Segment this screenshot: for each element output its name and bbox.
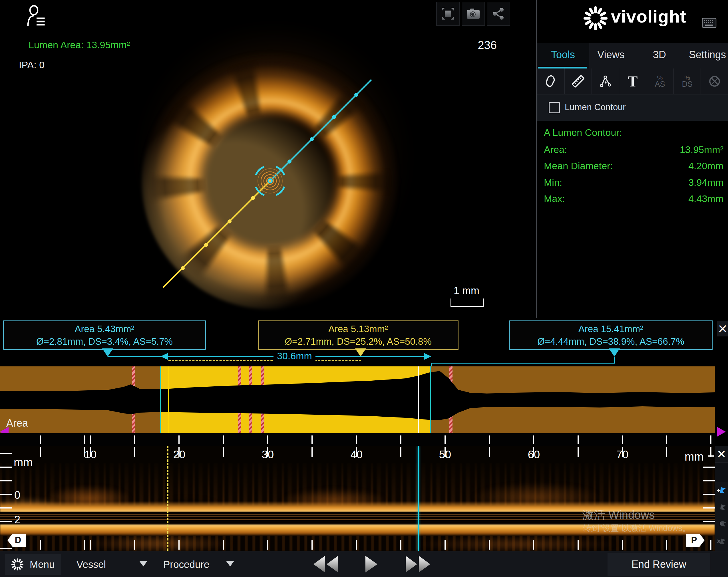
clear-measurements-button[interactable] xyxy=(701,68,728,94)
measurement-label: Area: xyxy=(544,144,567,156)
tab-bar: Tools Views 3D Settings xyxy=(537,43,728,68)
percent-ds-tool-button[interactable]: % DS xyxy=(674,68,701,94)
tab-settings[interactable]: Settings xyxy=(689,49,726,61)
depth-tick xyxy=(0,494,12,495)
vessel-dropdown[interactable]: Vessel xyxy=(77,559,106,570)
application-window: Lumen Area: 13.95mm² IPA: 0 236 xyxy=(0,0,728,577)
tab-3d[interactable]: 3D xyxy=(653,49,666,61)
ruler-label-60: 60 xyxy=(521,448,547,461)
ruler-label-40: 40 xyxy=(344,448,369,461)
procedure-dropdown[interactable]: Procedure xyxy=(163,559,209,570)
panel-divider xyxy=(536,0,537,318)
depth-tick xyxy=(0,548,12,549)
distance-measure-line xyxy=(108,356,431,357)
distance-arrow-right xyxy=(424,353,432,360)
contour-tool-icon xyxy=(544,74,558,88)
windows-watermark-title: 激活 Windows xyxy=(582,507,655,523)
ruler-label-30: 30 xyxy=(255,448,281,461)
ruler-label-70: 70 xyxy=(609,448,635,461)
vessel-label: Vessel xyxy=(77,559,106,570)
ruler-label-20: 20 xyxy=(166,448,192,461)
selection-start-line[interactable] xyxy=(160,366,161,433)
longitudinal-view[interactable]: 10 20 30 40 50 60 70 mm mm 0 2 激活 Window… xyxy=(0,446,715,551)
share-icon xyxy=(492,7,505,21)
depth-tick-right xyxy=(703,507,715,509)
annotation-title: Area 5.13mm² xyxy=(328,324,388,334)
ruler-row xyxy=(0,433,715,446)
fast-forward-button[interactable] xyxy=(405,555,432,575)
measurement-value: 4.43mm xyxy=(688,193,723,204)
reference-frame-line-longitudinal[interactable] xyxy=(167,446,168,551)
distance-arrow-left xyxy=(160,353,168,360)
fullscreen-button[interactable] xyxy=(436,2,460,26)
oct-cross-section-view[interactable]: Lumen Area: 13.95mm² IPA: 0 236 xyxy=(0,0,537,318)
annotation-row: Area 5.43mm² Ø=2.81mm, DS=3.4%, AS=5.7% … xyxy=(0,318,728,366)
tab-tools[interactable]: Tools xyxy=(551,49,575,61)
share-button[interactable] xyxy=(487,2,510,26)
ruler-tool-button[interactable] xyxy=(565,68,592,94)
scale-bar-label: 1 mm xyxy=(450,285,483,297)
contour-tool-button[interactable] xyxy=(537,68,565,94)
current-frame-line-longitudinal[interactable] xyxy=(418,446,419,551)
current-frame-line[interactable] xyxy=(418,366,419,433)
delete-bookmark-button[interactable] xyxy=(715,532,728,551)
angle-tool-button[interactable] xyxy=(592,68,619,94)
measurement-value: 13.95mm² xyxy=(680,144,723,156)
annotation-box-2[interactable]: Area 5.13mm² Ø=2.71mm, DS=25.2%, AS=50.8… xyxy=(258,321,459,350)
percent-ds-icon: % DS xyxy=(682,75,693,88)
end-review-button[interactable]: End Review xyxy=(607,553,710,576)
next-bookmark-button[interactable] xyxy=(715,515,728,532)
procedure-caret-icon[interactable] xyxy=(226,561,234,567)
lumen-area-label: Lumen Area: 13.95mm² xyxy=(29,39,130,51)
area-waveform xyxy=(0,366,715,433)
selection-end-line[interactable] xyxy=(430,366,431,433)
ruler-label-50: 50 xyxy=(432,448,458,461)
annotation-pointer-1 xyxy=(102,349,113,357)
area-strip[interactable]: Area xyxy=(0,366,728,433)
unit-tick xyxy=(708,456,714,457)
measurement-row-max: Max: 4.43mm xyxy=(537,193,728,204)
depth-tick xyxy=(0,467,12,468)
annotation-box-3[interactable]: Area 15.41mm² Ø=4.44mm, DS=38.9%, AS=66.… xyxy=(509,321,712,350)
clear-measurements-icon xyxy=(707,74,722,88)
measurement-row-area: Area: 13.95mm² xyxy=(537,144,728,156)
play-button[interactable] xyxy=(364,555,379,575)
previous-bookmark-button[interactable] xyxy=(715,499,728,516)
menu-button[interactable]: Menu xyxy=(5,554,61,575)
annotation-detail: Ø=4.44mm, DS=38.9%, AS=66.7% xyxy=(537,336,684,347)
windows-watermark-subtitle: 转到“设置”以激活 Windows。 xyxy=(583,523,691,534)
snapshot-button[interactable] xyxy=(462,2,485,26)
depth-label-0: 0 xyxy=(14,489,20,501)
ruler-tool-icon xyxy=(571,74,585,88)
keyboard-icon[interactable] xyxy=(702,17,717,29)
close-annotations-button[interactable]: ✕ xyxy=(717,321,728,336)
depth-tick xyxy=(0,521,12,522)
reference-frame-line[interactable] xyxy=(168,366,169,433)
lumen-contour-checkbox[interactable] xyxy=(549,102,560,113)
fullscreen-icon xyxy=(441,7,455,21)
lumen-contour-label: Lumen Contour xyxy=(565,102,626,112)
annotation-box-1[interactable]: Area 5.43mm² Ø=2.81mm, DS=3.4%, AS=5.7% xyxy=(3,321,206,350)
menu-label: Menu xyxy=(30,559,55,570)
annotation-title: Area 5.43mm² xyxy=(75,324,134,334)
annotation-detail: Ø=2.81mm, DS=3.4%, AS=5.7% xyxy=(36,336,173,347)
annotation-title: Area 15.41mm² xyxy=(578,324,643,334)
connector-line xyxy=(431,363,615,363)
lumen-contour-row: Lumen Contour xyxy=(537,94,728,121)
percent-as-tool-button[interactable]: % AS xyxy=(646,68,674,94)
angle-tool-icon xyxy=(598,74,613,88)
patient-icon[interactable] xyxy=(26,5,47,28)
measurement-label: Min: xyxy=(544,177,562,188)
tab-views[interactable]: Views xyxy=(597,49,624,61)
vessel-caret-icon[interactable] xyxy=(139,561,147,567)
fast-forward-icon xyxy=(405,555,432,574)
text-tool-button[interactable]: T xyxy=(619,68,647,94)
position-marker-right[interactable] xyxy=(717,427,726,437)
rewind-button[interactable] xyxy=(312,555,339,575)
ipa-label: IPA: 0 xyxy=(19,59,45,71)
measurement-row-min: Min: 3.94mm xyxy=(537,177,728,188)
close-longitudinal-button[interactable]: ✕ xyxy=(715,446,728,463)
scale-bar xyxy=(450,299,484,307)
delete-bookmark-icon xyxy=(716,536,727,547)
add-bookmark-button[interactable] xyxy=(715,482,728,499)
